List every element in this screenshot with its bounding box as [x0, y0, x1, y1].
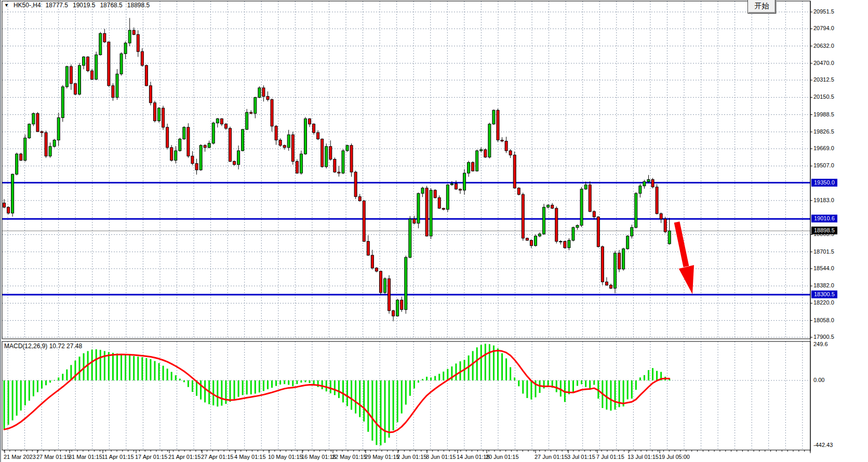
macd-histogram-bar [62, 374, 63, 380]
candle-bullish [179, 139, 181, 151]
macd-histogram-bar [137, 357, 139, 380]
price-axis-tick: 18544.0 [813, 265, 834, 271]
macd-histogram-bar [501, 353, 503, 380]
candle-bullish [116, 74, 118, 97]
time-axis-label: 27 Mar 01:15 [36, 454, 70, 460]
macd-histogram-bar [204, 380, 206, 402]
chevron-down-icon[interactable]: ▼ [4, 3, 9, 8]
price-axis-tick: 19669.0 [813, 145, 834, 151]
time-axis-label: 4 May 01:15 [234, 454, 266, 460]
bar-high-value: 19019.5 [73, 2, 95, 9]
macd-histogram-bar [41, 380, 43, 389]
macd-histogram-bar [397, 380, 398, 423]
candle-bearish [388, 279, 391, 311]
candle-bearish [338, 172, 340, 173]
macd-histogram-bar [263, 380, 264, 391]
candle-bearish [250, 112, 252, 113]
time-axis-label: 13 Jul 01:15 [627, 454, 659, 460]
macd-histogram-bar [581, 380, 582, 384]
candle-bearish [455, 184, 457, 189]
macd-histogram-bar [250, 380, 252, 394]
candle-bullish [237, 151, 240, 165]
candle-bearish [367, 241, 369, 255]
level-price-tag[interactable]: 19350.0 [811, 179, 837, 187]
macd-histogram-bar [413, 380, 415, 389]
candle-bullish [83, 57, 85, 65]
macd-histogram-bar [54, 380, 55, 380]
candle-bullish [16, 154, 18, 174]
macd-axis-tick: -442.43 [813, 442, 833, 448]
candle-bearish [279, 140, 282, 146]
candle-bearish [262, 88, 265, 96]
macd-histogram-bar [322, 380, 323, 389]
candle-bearish [87, 57, 89, 71]
macd-histogram-bar [393, 380, 394, 430]
macd-histogram-bar [472, 351, 474, 380]
candle-bearish [224, 124, 227, 128]
level-price-tag[interactable]: 18300.5 [811, 291, 837, 298]
macd-histogram-bar [175, 375, 177, 380]
price-axis-tick: 20794.0 [813, 25, 834, 31]
candle-bullish [417, 193, 420, 223]
macd-axis-tick: 0.00 [813, 377, 824, 383]
macd-histogram-bar [171, 372, 172, 380]
macd-histogram-bar [121, 354, 122, 380]
candle-bearish [375, 268, 378, 271]
candle-bullish [639, 186, 642, 193]
candle-bullish [212, 123, 215, 143]
candle-bearish [392, 311, 395, 316]
candle-bearish [400, 300, 403, 309]
candle-bullish [258, 88, 261, 97]
candle-bullish [95, 55, 98, 79]
macd-histogram-bar [141, 357, 143, 380]
candle-bearish [472, 163, 474, 171]
candle-bearish [229, 128, 231, 162]
macd-histogram-bar [24, 380, 26, 405]
macd-histogram-bar [183, 380, 185, 382]
macd-histogram-bar [363, 380, 365, 421]
candle-bullish [534, 236, 537, 245]
chart-canvas[interactable] [1, 0, 868, 462]
last-price-tag[interactable]: 18898.5 [811, 227, 837, 234]
candle-bearish [36, 113, 39, 131]
macd-histogram-bar [384, 380, 386, 443]
candle-bullish [300, 154, 302, 173]
candle-bullish [384, 279, 386, 293]
candle-bullish [175, 151, 177, 160]
candle-bearish [509, 151, 512, 155]
candle-bullish [28, 124, 31, 138]
candle-bullish [614, 253, 617, 288]
macd-histogram-bar [326, 380, 327, 391]
macd-histogram-bar [238, 380, 239, 397]
start-button[interactable]: 开始 [747, 0, 776, 14]
macd-histogram-bar [572, 380, 574, 393]
macd-histogram-bar [543, 380, 545, 389]
candle-bearish [132, 30, 135, 34]
level-price-tag[interactable]: 19010.6 [811, 215, 837, 222]
candle-bearish [589, 185, 591, 212]
candle-bullish [543, 207, 545, 234]
macd-histogram-bar [577, 380, 578, 386]
macd-histogram-bar [648, 370, 649, 380]
macd-histogram-bar [610, 380, 611, 411]
candle-bearish [597, 217, 599, 246]
macd-histogram-bar [585, 380, 586, 387]
macd-histogram-bar [418, 380, 419, 382]
candle-bullish [120, 54, 123, 74]
candle-bullish [304, 118, 306, 154]
candle-bullish [559, 241, 562, 242]
candle-bearish [564, 241, 566, 247]
candle-bullish [199, 146, 202, 170]
macd-histogram-bar [351, 380, 352, 410]
candle-bearish [103, 33, 106, 42]
time-axis-label: 3 Jul 01:15 [567, 454, 595, 460]
macd-histogram-bar [338, 380, 340, 398]
candle-bullish [57, 117, 60, 140]
macd-histogram-bar [108, 352, 110, 380]
candle-bearish [484, 150, 487, 157]
macd-histogram-bar [116, 353, 118, 380]
macd-histogram-bar [188, 380, 189, 387]
candle-bearish [656, 187, 658, 214]
price-axis-tick: 19988.5 [813, 111, 834, 117]
macd-histogram-bar [589, 380, 591, 388]
